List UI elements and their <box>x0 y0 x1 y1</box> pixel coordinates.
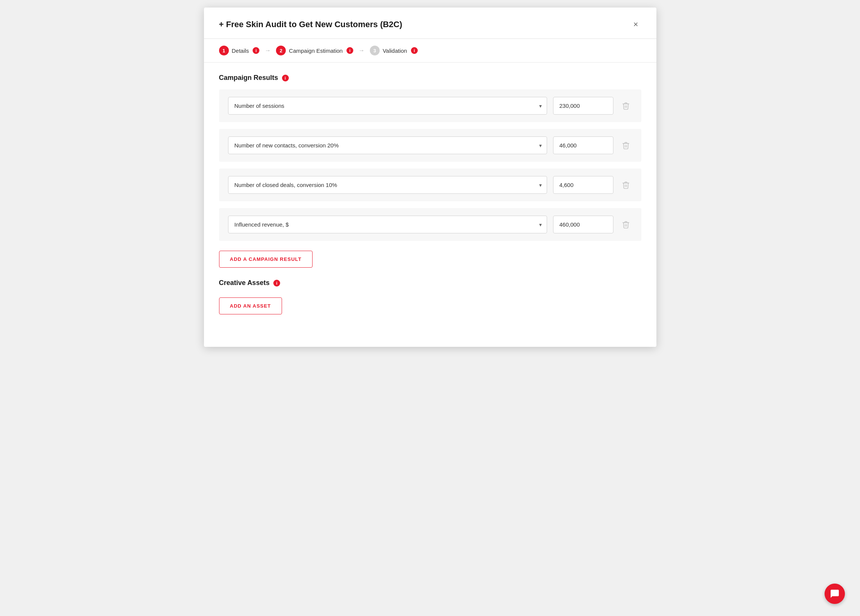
creative-assets-info-icon: i <box>273 280 280 287</box>
delete-button-1[interactable] <box>620 100 632 112</box>
metric-select-wrapper-3: Number of sessions Number of new contact… <box>228 176 547 194</box>
step-1-label: Details <box>232 47 249 54</box>
metric-select-4[interactable]: Number of sessions Number of new contact… <box>228 216 547 234</box>
add-campaign-result-button[interactable]: ADD A CAMPAIGN RESULT <box>219 251 312 268</box>
arrow-1: → <box>265 47 271 54</box>
step-2[interactable]: 2 Campaign Estimation i <box>276 45 353 55</box>
close-button[interactable]: × <box>630 18 641 31</box>
step-1-number: 1 <box>219 45 229 55</box>
step-1[interactable]: 1 Details i <box>219 45 260 55</box>
campaign-results-title: Campaign Results i <box>219 74 641 82</box>
creative-assets-label: Creative Assets <box>219 279 270 287</box>
campaign-results-label: Campaign Results <box>219 74 278 82</box>
modal: + Free Skin Audit to Get New Customers (… <box>204 8 656 347</box>
step-3-number: 3 <box>370 45 380 55</box>
add-asset-button[interactable]: ADD AN ASSET <box>219 298 282 314</box>
stepper: 1 Details i → 2 Campaign Estimation i → … <box>204 39 656 63</box>
value-input-2[interactable] <box>553 136 614 154</box>
campaign-results-info-icon: i <box>282 75 289 82</box>
metric-select-wrapper-1: Number of sessions Number of new contact… <box>228 97 547 114</box>
metric-select-wrapper-2: Number of sessions Number of new contact… <box>228 136 547 154</box>
value-input-4[interactable] <box>553 216 614 234</box>
delete-button-4[interactable] <box>620 218 632 231</box>
value-input-3[interactable] <box>553 176 614 194</box>
modal-title: + Free Skin Audit to Get New Customers (… <box>219 20 402 30</box>
metric-select-1[interactable]: Number of sessions Number of new contact… <box>228 97 547 114</box>
step-2-info-icon: i <box>347 47 353 54</box>
step-3[interactable]: 3 Validation i <box>370 45 418 55</box>
metric-select-3[interactable]: Number of sessions Number of new contact… <box>228 176 547 194</box>
delete-button-2[interactable] <box>620 139 632 152</box>
step-3-label: Validation <box>383 47 407 54</box>
chat-icon <box>830 589 840 599</box>
metric-select-wrapper-4: Number of sessions Number of new contact… <box>228 216 547 234</box>
result-row-1: Number of sessions Number of new contact… <box>219 89 641 122</box>
step-1-info-icon: i <box>253 47 259 54</box>
result-row-2: Number of sessions Number of new contact… <box>219 129 641 162</box>
result-row-3: Number of sessions Number of new contact… <box>219 169 641 201</box>
arrow-2: → <box>359 47 364 54</box>
step-3-info-icon: i <box>411 47 418 54</box>
delete-button-3[interactable] <box>620 179 632 191</box>
chat-button[interactable] <box>825 583 845 604</box>
step-2-label: Campaign Estimation <box>289 47 343 54</box>
result-row-4: Number of sessions Number of new contact… <box>219 208 641 241</box>
step-2-number: 2 <box>276 45 286 55</box>
modal-body: Campaign Results i Number of sessions Nu… <box>204 63 656 326</box>
creative-assets-title: Creative Assets i <box>219 279 641 287</box>
modal-header: + Free Skin Audit to Get New Customers (… <box>204 8 656 39</box>
value-input-1[interactable] <box>553 97 614 114</box>
metric-select-2[interactable]: Number of sessions Number of new contact… <box>228 136 547 154</box>
